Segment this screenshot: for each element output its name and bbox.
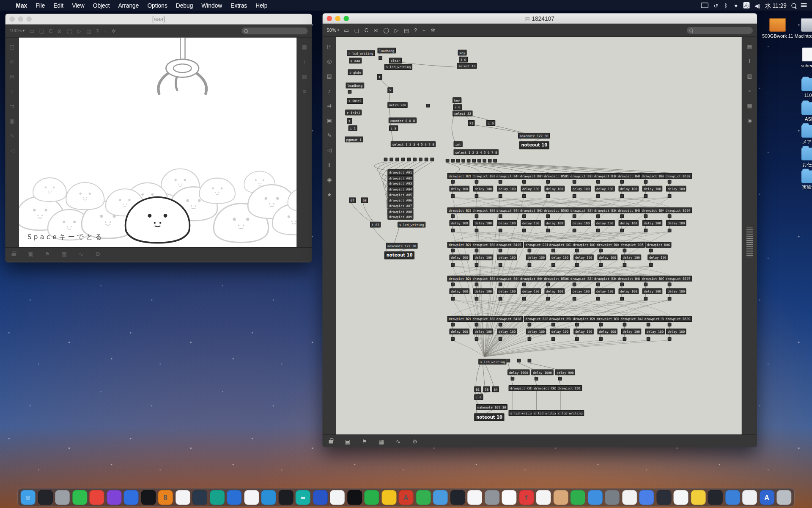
pause-icon[interactable]: ‖ — [328, 162, 330, 168]
dock-app-dock-icon[interactable] — [571, 490, 585, 505]
patch-bang[interactable] — [599, 337, 603, 341]
patch-bang[interactable] — [499, 194, 502, 198]
patch-object[interactable]: drawpict B408 — [495, 316, 523, 322]
patch-bang[interactable] — [527, 263, 531, 267]
patch-object[interactable]: i 0 — [453, 104, 462, 110]
patch-object[interactable]: delay 100 — [618, 220, 639, 226]
menu-options[interactable]: Options — [143, 2, 171, 8]
grid-icon[interactable]: ▦ — [302, 44, 307, 50]
patch-bang[interactable] — [575, 263, 579, 267]
patch-object[interactable]: s lcd_writing — [478, 359, 506, 365]
patch-bang[interactable] — [451, 263, 455, 267]
patch-bang[interactable] — [649, 263, 653, 267]
patch-bang[interactable] — [546, 283, 550, 287]
patch-object[interactable]: key — [453, 97, 461, 103]
patch-bang[interactable] — [506, 359, 510, 363]
patch-bang[interactable] — [644, 180, 647, 184]
patch-bang[interactable] — [499, 249, 502, 253]
finder-dock-icon[interactable]: ☺ — [21, 490, 36, 505]
patch-bang[interactable] — [668, 214, 672, 218]
lock-icon[interactable] — [12, 253, 16, 256]
dock-app-dock-icon[interactable]: ∞ — [296, 490, 310, 505]
patch-object[interactable]: pgmout 1 — [345, 137, 363, 143]
desktop-icon[interactable]: Macintosh HD — [793, 18, 812, 39]
patch-object[interactable]: delay 100 — [544, 186, 565, 192]
patch-bang[interactable] — [546, 229, 550, 232]
dock-app-dock-icon[interactable]: A — [760, 490, 774, 505]
patch-bang[interactable] — [558, 377, 562, 381]
patch-bang[interactable] — [390, 158, 393, 162]
search-field[interactable] — [687, 27, 753, 33]
patch-bang[interactable] — [623, 249, 626, 253]
patch-bang[interactable] — [644, 214, 647, 218]
patch-object[interactable]: i 0 — [486, 120, 495, 126]
patch-object[interactable]: drawpict B04 — [640, 207, 667, 213]
patch-bang[interactable] — [647, 337, 650, 341]
dock-app-dock-icon[interactable] — [175, 490, 190, 505]
pen-icon[interactable]: ✎ — [10, 133, 14, 139]
dock-app-dock-icon[interactable] — [72, 490, 87, 505]
dock-app-dock-icon[interactable] — [330, 490, 345, 505]
dock-app-dock-icon[interactable] — [674, 490, 689, 505]
delete-icon[interactable]: ⊠ — [373, 27, 378, 33]
patch-object[interactable]: delay 100 — [544, 220, 565, 226]
dock-app-dock-icon[interactable] — [622, 490, 637, 505]
dock-app-dock-icon[interactable] — [244, 490, 259, 505]
patch-object[interactable]: p gkdn — [348, 69, 362, 75]
patch-bang[interactable] — [599, 323, 603, 327]
patch-bang[interactable] — [395, 158, 399, 162]
patch-bang[interactable] — [475, 180, 478, 184]
speaker-icon[interactable]: ◁ — [10, 148, 14, 154]
inspector-icon[interactable]: ▥ — [747, 73, 752, 79]
patch-bang[interactable] — [575, 337, 579, 341]
patch-object[interactable]: p aaa — [349, 58, 362, 64]
patch-bang[interactable] — [573, 194, 576, 198]
patch-object[interactable]: drawpict C03 — [508, 385, 535, 391]
patch-object[interactable]: delay 100 — [449, 186, 469, 192]
patch-bang[interactable] — [522, 283, 526, 287]
inspector-icon[interactable]: ▥ — [302, 74, 307, 80]
patch-bang[interactable] — [475, 263, 478, 267]
dock-app-dock-icon[interactable] — [261, 490, 276, 505]
dock-app-dock-icon[interactable] — [38, 490, 52, 505]
patch-bang[interactable] — [647, 323, 650, 327]
info-icon[interactable]: i — [749, 58, 750, 64]
patch-object[interactable]: key — [458, 50, 466, 56]
patch-object[interactable]: s lcd_writing — [556, 410, 584, 416]
patch-bang[interactable] — [596, 194, 600, 198]
dock-app-dock-icon[interactable] — [502, 490, 516, 505]
rect-tool-icon[interactable]: ▭ — [344, 27, 349, 33]
patch-bang[interactable] — [483, 159, 486, 163]
dock-app-dock-icon[interactable] — [381, 490, 396, 505]
patch-object[interactable]: delay 900 — [555, 370, 575, 375]
patch-object[interactable]: s lcd_writing — [384, 64, 412, 70]
patch-bang[interactable] — [401, 158, 405, 162]
patch-bang[interactable] — [451, 249, 455, 253]
patch-bang[interactable] — [446, 159, 450, 163]
notification-center-icon[interactable] — [801, 3, 807, 8]
patch-object[interactable]: delay 100 — [473, 288, 494, 294]
patch-object[interactable]: noteout 10 — [384, 251, 415, 260]
patch-object[interactable]: int — [453, 141, 462, 147]
dock-app-dock-icon[interactable] — [691, 490, 705, 505]
menu-view[interactable]: View — [68, 2, 89, 8]
star-icon[interactable]: ★ — [327, 192, 332, 198]
patch-object[interactable]: drawpict B502 — [664, 173, 692, 179]
patch-object[interactable]: clear — [389, 58, 402, 64]
snapshot-icon[interactable]: ◉ — [747, 118, 752, 124]
comment-icon[interactable]: C — [49, 28, 53, 34]
patch-object[interactable]: noteout 10 — [474, 413, 505, 421]
dock-app-dock-icon[interactable] — [605, 490, 620, 505]
patch-bang[interactable] — [522, 214, 526, 218]
patch-object[interactable]: delay 100 — [473, 186, 494, 192]
patcher-canvas[interactable]: r lcd_writingp aaap gkdnloadbangs init1r… — [336, 37, 742, 435]
search-field[interactable] — [241, 27, 307, 34]
window-aaa-titlebar[interactable]: [aaa] — [5, 14, 312, 25]
patch-bang[interactable] — [475, 297, 478, 301]
patch-bang[interactable] — [551, 263, 555, 267]
presentation-icon[interactable]: ⚑ — [45, 251, 50, 258]
grid-icon[interactable]: ▦ — [747, 44, 752, 50]
patch-bang[interactable] — [493, 159, 497, 163]
desktop-icon[interactable]: 500GBwork 11 — [761, 18, 794, 39]
speaker-icon[interactable]: ◁ — [327, 147, 332, 153]
